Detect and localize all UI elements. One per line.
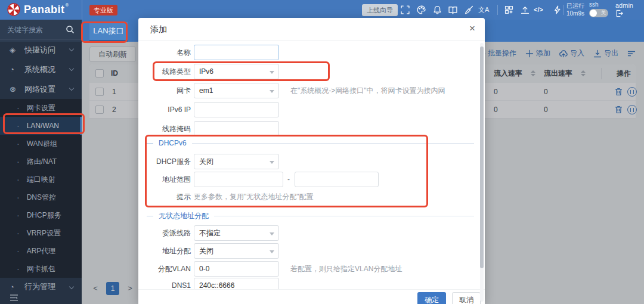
- form-row-assign-vlan: 分配VLAN 若配置，则只给指定VLAN分配地址: [138, 261, 481, 277]
- broom-icon[interactable]: [464, 5, 473, 15]
- form-row-tip: 提示 更多参数，复用"无状态地址分配"配置: [138, 192, 481, 201]
- header-separator: [563, 5, 564, 15]
- range-separator: -: [287, 172, 290, 187]
- ssh-toggle-state: 关: [601, 10, 606, 17]
- field-label: 委派线路: [138, 225, 191, 241]
- section-dhcpv6: DHCPv6: [147, 138, 474, 148]
- dialog-title: 添加: [150, 24, 167, 35]
- bell-icon[interactable]: [432, 5, 442, 15]
- header-divider: [82, 0, 82, 20]
- brand-name: Panabit: [24, 3, 65, 16]
- tip-text: 更多参数，复用"无状态地址分配"配置: [194, 192, 314, 201]
- ssh-toggle-knob: [590, 10, 597, 17]
- tab-lan-interface[interactable]: LAN接口: [89, 22, 128, 42]
- addr-range-end-input[interactable]: [295, 172, 379, 187]
- admin-area: admin: [615, 2, 633, 18]
- form-row-line-type: 线路类型 IPv6: [138, 64, 481, 79]
- brand-registered-mark: ®: [66, 2, 69, 8]
- addr-assign-select[interactable]: 关闭: [194, 243, 279, 259]
- pinwheel-logo-icon: [7, 3, 20, 16]
- caret-down-icon: [270, 232, 274, 235]
- upgrade-icon[interactable]: [520, 5, 530, 15]
- line-type-select[interactable]: IPv6: [194, 64, 279, 79]
- field-label: 线路掩码: [138, 121, 191, 137]
- uptime-value: 10m9s: [566, 10, 584, 17]
- form-row-delegate-line: 委派线路 不指定: [138, 225, 481, 241]
- section-stateless: 无状态地址分配: [147, 211, 474, 221]
- name-input[interactable]: [194, 45, 279, 60]
- nic-select[interactable]: em1: [194, 83, 279, 98]
- form-row-name: 名称: [138, 45, 481, 60]
- modal-scrollbar[interactable]: [480, 43, 484, 302]
- search-input[interactable]: [7, 24, 61, 36]
- field-label: 地址范围: [138, 172, 191, 187]
- ssh-toggle[interactable]: 关: [589, 9, 608, 17]
- line-mask-input[interactable]: [194, 121, 279, 137]
- translate-icon[interactable]: 文A: [478, 5, 489, 14]
- panabit-logo[interactable]: Panabit ®: [7, 3, 69, 16]
- cancel-button[interactable]: 取消: [452, 292, 481, 304]
- field-label: DHCP服务: [138, 154, 191, 169]
- dialog-footer: 确定 取消: [138, 289, 485, 304]
- uptime-status: 已运行 10m9s: [566, 2, 584, 17]
- add-dialog: 添加 × 名称 线路类型 IPv6 网卡 em1 在"系统概况->网络接口"中，…: [138, 18, 485, 304]
- lightning-icon[interactable]: [552, 5, 562, 15]
- edition-badge: 专业版: [89, 5, 117, 15]
- logout-icon[interactable]: [615, 10, 633, 18]
- caret-down-icon: [270, 90, 274, 93]
- caret-down-icon: [270, 71, 274, 74]
- field-label: 名称: [138, 45, 191, 60]
- search-icon[interactable]: [66, 25, 75, 36]
- online-wizard-button[interactable]: 上线向导: [362, 4, 398, 16]
- panabit-screen: Panabit ® 专业版 上线向导 文A </> 已运行 10m9s ssh …: [0, 0, 644, 304]
- field-label: IPv6 IP: [138, 102, 191, 117]
- form-row-ipv6-ip: IPv6 IP: [138, 102, 481, 117]
- code-icon[interactable]: </>: [534, 5, 543, 14]
- grid-icon[interactable]: [504, 5, 513, 15]
- sidebar-search: [0, 20, 82, 40]
- ipv6-ip-input[interactable]: [194, 102, 279, 117]
- caret-down-icon: [270, 161, 274, 164]
- addr-range-start-input[interactable]: [194, 172, 283, 187]
- close-icon[interactable]: ×: [469, 23, 475, 35]
- section-title: 无状态地址分配: [159, 211, 209, 221]
- nic-hint: 在"系统概况->网络接口"中，将网卡设置为接内网: [290, 83, 445, 98]
- scrollbar-thumb[interactable]: [480, 46, 484, 268]
- assign-vlan-input[interactable]: [194, 261, 279, 277]
- ssh-area: ssh 关: [589, 1, 608, 17]
- field-label: 分配VLAN: [138, 261, 191, 277]
- form-row-addr-assign: 地址分配 关闭: [138, 243, 481, 259]
- form-row-dhcp-service: DHCP服务 关闭: [138, 154, 481, 169]
- caret-down-icon: [270, 250, 274, 253]
- field-label: 网卡: [138, 83, 191, 98]
- assign-vlan-hint: 若配置，则只给指定VLAN分配地址: [290, 261, 402, 277]
- fullscreen-icon[interactable]: [400, 5, 410, 15]
- palette-icon[interactable]: [416, 5, 426, 15]
- confirm-button[interactable]: 确定: [417, 292, 446, 304]
- section-title: DHCPv6: [159, 139, 187, 147]
- dhcp-service-select[interactable]: 关闭: [194, 154, 279, 169]
- book-icon[interactable]: [448, 5, 457, 15]
- uptime-label: 已运行: [566, 2, 584, 10]
- ssh-label: ssh: [589, 1, 608, 8]
- tip-label: 提示: [138, 192, 191, 201]
- username: admin: [615, 2, 633, 9]
- form-row-nic: 网卡 em1 在"系统概况->网络接口"中，将网卡设置为接内网: [138, 83, 481, 98]
- form-row-addr-range: 地址范围 -: [138, 172, 481, 187]
- form-row-line-mask: 线路掩码: [138, 121, 481, 137]
- field-label: 线路类型: [138, 64, 191, 79]
- header-separator: [497, 5, 498, 15]
- top-header: Panabit ® 专业版 上线向导 文A </> 已运行 10m9s ssh …: [0, 0, 644, 20]
- delegate-line-select[interactable]: 不指定: [194, 225, 279, 241]
- field-label: 地址分配: [138, 243, 191, 259]
- dialog-header: 添加 ×: [138, 18, 485, 41]
